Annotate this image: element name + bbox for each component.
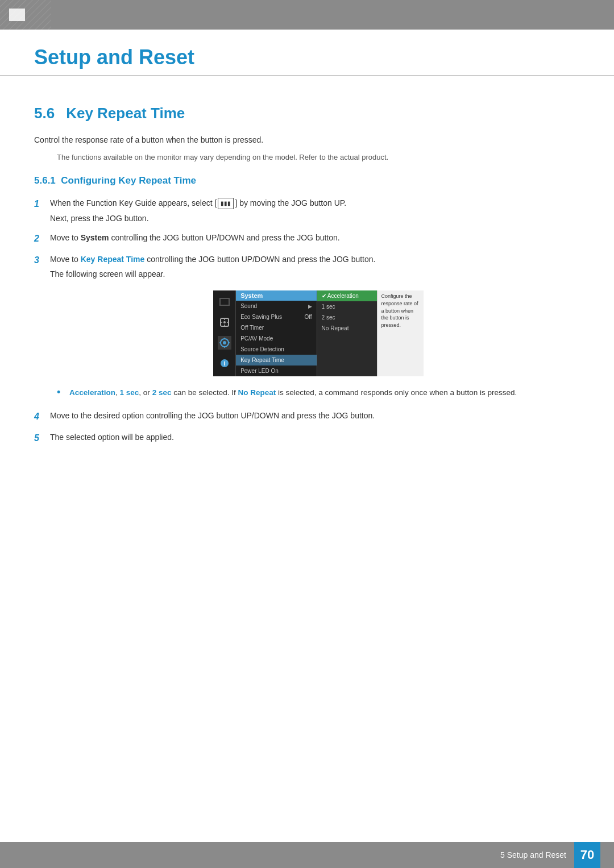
osd-submenu-1sec: 1 sec bbox=[317, 301, 377, 312]
osd-icon-1 bbox=[218, 295, 231, 309]
step-3-sub: The following screen will appear. bbox=[50, 268, 580, 280]
osd-submenu: ✔ Acceleration 1 sec 2 sec No Repeat bbox=[317, 290, 377, 376]
section-note: The functions available on the monitor m… bbox=[57, 152, 580, 164]
bullet-note: • Acceleration, 1 sec, or 2 sec can be s… bbox=[57, 387, 580, 399]
osd-menu-powerled: Power LED On bbox=[236, 366, 316, 376]
section-heading: 5.6Key Repeat Time bbox=[34, 105, 580, 122]
svg-point-11 bbox=[223, 341, 226, 344]
svg-text:i: i bbox=[223, 360, 225, 367]
osd-icon-3 bbox=[218, 336, 231, 350]
step-2: 2 Move to System controlling the JOG but… bbox=[34, 231, 580, 246]
osd-submenu-2sec: 2 sec bbox=[317, 312, 377, 323]
steps-list: 1 When the Function Key Guide appears, s… bbox=[34, 197, 580, 280]
step-4: 4 Move to the desired option controlling… bbox=[34, 409, 580, 424]
page-title-section: Setup and Reset bbox=[0, 30, 614, 76]
section-description: Control the response rate of a button wh… bbox=[34, 134, 580, 146]
osd-menu-sound: Sound▶ bbox=[236, 301, 316, 312]
osd-menu-eco: Eco Saving PlusOff bbox=[236, 312, 316, 322]
step-5: 5 The selected option will be applied. bbox=[34, 431, 580, 446]
footer-text: 5 Setup and Reset bbox=[500, 850, 566, 859]
svg-rect-3 bbox=[221, 299, 229, 305]
monitor-screenshot: i System Sound▶ Eco Saving PlusOff Off T… bbox=[57, 290, 580, 376]
osd-menu-source: Source Detection bbox=[236, 344, 316, 355]
step-1: 1 When the Function Key Guide appears, s… bbox=[34, 197, 580, 225]
osd-tooltip: Configure the response rate of a button … bbox=[377, 290, 424, 376]
osd-submenu-norepeat: No Repeat bbox=[317, 323, 377, 334]
osd-sidebar: i bbox=[213, 290, 235, 376]
bullet-note-text: Acceleration, 1 sec, or 2 sec can be sel… bbox=[69, 387, 517, 399]
steps-list-2: 4 Move to the desired option controlling… bbox=[34, 409, 580, 445]
step-3: 3 Move to Key Repeat Time controlling th… bbox=[34, 253, 580, 281]
svg-rect-1 bbox=[0, 0, 51, 30]
header-logo-square bbox=[9, 9, 25, 21]
page-title: Setup and Reset bbox=[34, 45, 580, 69]
menu-icon: ▮▮▮ bbox=[218, 198, 234, 209]
bullet-icon: • bbox=[57, 387, 65, 399]
osd-menu-offtimer: Off Timer bbox=[236, 322, 316, 333]
osd-menu-pcav: PC/AV Mode bbox=[236, 333, 316, 344]
step-1-sub: Next, press the JOG button. bbox=[50, 212, 580, 225]
subsection-heading: 5.6.1 Configuring Key Repeat Time bbox=[34, 175, 580, 186]
osd-icon-2 bbox=[218, 315, 231, 329]
svg-point-5 bbox=[223, 321, 226, 323]
osd-icon-4: i bbox=[218, 356, 231, 370]
main-content: 5.6Key Repeat Time Control the response … bbox=[0, 82, 614, 501]
osd-container: i System Sound▶ Eco Saving PlusOff Off T… bbox=[213, 290, 424, 376]
footer: 5 Setup and Reset 70 bbox=[0, 842, 614, 868]
osd-menu-title: System bbox=[236, 290, 316, 301]
header-bar bbox=[0, 0, 614, 30]
osd-menu-keyrepeat: Key Repeat Time bbox=[236, 355, 316, 366]
osd-menu: System Sound▶ Eco Saving PlusOff Off Tim… bbox=[235, 290, 316, 376]
osd-submenu-acceleration: ✔ Acceleration bbox=[317, 290, 377, 301]
footer-page-number: 70 bbox=[574, 842, 600, 868]
